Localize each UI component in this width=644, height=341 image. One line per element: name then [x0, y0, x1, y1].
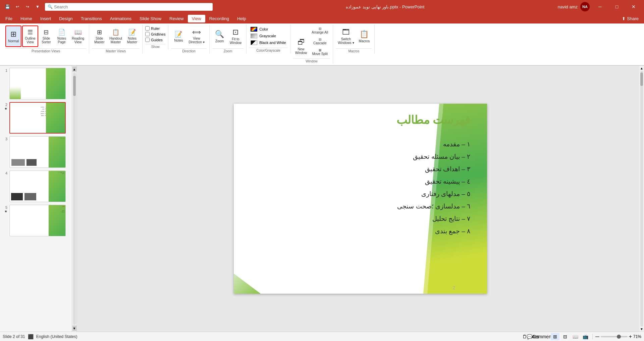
save-quick-btn[interactable]: 💾: [3, 2, 12, 11]
notes-btn[interactable]: 📝 Notes: [171, 26, 186, 47]
move-split-icon: ⊠: [319, 48, 321, 52]
switch-windows-btn[interactable]: 🗔 SwitchWindows ▾: [336, 26, 356, 47]
normal-view-label: Normal: [8, 39, 19, 43]
canvas-scroll-thumb[interactable]: [640, 72, 643, 86]
view-direction-btn[interactable]: ⟺ ViewDirection ▾: [186, 26, 206, 47]
slide-item-2[interactable]: 2 ★ فهرست مطالب ١ – مقدمه٢ – بیان٣ – اهد…: [1, 101, 70, 134]
handout-master-btn[interactable]: 📋 HandoutMaster: [107, 26, 124, 47]
presenter-view-status-btn[interactable]: 📺: [581, 333, 590, 340]
canvas-scrollbar-right[interactable]: ▲ ▼: [639, 66, 644, 332]
slide-canvas[interactable]: فهرست مطالب ١ – مقدمه ٢ – بیان مسئله تحق…: [234, 104, 487, 294]
language-label: English (United States): [36, 334, 77, 339]
scroll-thumb[interactable]: [73, 76, 76, 96]
outline-view-label: OutlineView: [25, 37, 36, 44]
arrange-all-btn[interactable]: ⊟ Arrange All: [310, 26, 330, 36]
slide-item-4[interactable]: 4 متن اسلاید ۴محتوا...: [1, 170, 70, 203]
canvas-scroll-down[interactable]: ▼: [640, 327, 643, 331]
menu-review[interactable]: Review: [165, 15, 188, 22]
ribbon-group-presentation-views: ⊞ Normal ☰ OutlineView ⊟ SlideSorter 📄 N…: [3, 25, 89, 54]
menu-transitions[interactable]: Transitions: [77, 15, 106, 22]
undo-quick-btn[interactable]: ↩: [13, 2, 22, 11]
customize-quick-btn[interactable]: ▼: [33, 2, 42, 11]
notes-status-icon: 🗒: [522, 334, 527, 339]
minimize-button[interactable]: ─: [592, 0, 608, 13]
notes-page-btn[interactable]: 📄 NotesPage: [54, 26, 69, 47]
reading-view-status-btn[interactable]: 📖: [571, 333, 580, 340]
outline-view-btn[interactable]: ☰ OutlineView: [22, 26, 38, 47]
menu-file[interactable]: File: [1, 15, 16, 22]
slide-thumb-2[interactable]: فهرست مطالب ١ – مقدمه٢ – بیان٣ – اهداف٤ …: [9, 102, 66, 134]
share-button[interactable]: ⬆ Share: [618, 15, 643, 22]
slide-item-5[interactable]: 5 ★ عنوان محتواتوضیح...: [1, 204, 70, 237]
menu-animations[interactable]: Animations: [106, 15, 136, 22]
normal-view-status-btn[interactable]: ⊞: [551, 333, 559, 340]
presentation-view-buttons: ⊞ Normal ☰ OutlineView ⊟ SlideSorter 📄 N…: [5, 25, 86, 48]
accessibility-icon[interactable]: ⬛: [28, 334, 34, 339]
scroll-down-arrow[interactable]: ▼: [72, 326, 76, 331]
redo-quick-btn[interactable]: ↪: [23, 2, 32, 11]
menu-help[interactable]: Help: [233, 15, 250, 22]
slide-sorter-btn[interactable]: ⊟ SlideSorter: [39, 26, 54, 47]
menu-design[interactable]: Design: [55, 15, 76, 22]
slide-item-1[interactable]: 1 فهرست محتوا: [1, 67, 70, 100]
guides-checkbox[interactable]: Guides: [145, 38, 165, 42]
title-bar: 💾 ↩ ↪ ▼ 🔍 باور نهایی نوید عموزاده.pptx -…: [0, 0, 644, 13]
ruler-checkbox[interactable]: Ruler: [145, 26, 165, 31]
scroll-up-arrow[interactable]: ▲: [72, 66, 76, 72]
slide-thumb-5[interactable]: عنوان محتواتوضیح...: [9, 205, 66, 236]
menu-recording[interactable]: Recording: [205, 15, 233, 22]
menu-home[interactable]: Home: [16, 15, 36, 22]
black-white-label: Black and White: [259, 41, 286, 45]
user-avatar[interactable]: NA: [580, 2, 590, 11]
main-area: 1 فهرست محتوا 2 ★ فهرست مطالب ١ – مقدمه٢…: [0, 66, 644, 332]
slide-thumb-4[interactable]: متن اسلاید ۴محتوا...: [9, 170, 66, 202]
list-item-7: ٧ – نتایج تحلیل: [301, 215, 470, 223]
menu-view[interactable]: View: [188, 15, 205, 22]
search-input[interactable]: [54, 4, 210, 9]
view-direction-icon: ⟺: [192, 29, 201, 36]
slide-num-1: 1: [2, 68, 7, 72]
notes-master-label: NotesMaster: [127, 37, 138, 44]
slide-item-3[interactable]: 3 متن اسلاید ۳: [1, 136, 70, 168]
share-icon: ⬆: [622, 16, 626, 21]
gridlines-checkbox[interactable]: Gridlines: [145, 32, 165, 36]
grayscale-option[interactable]: Grayscale: [249, 33, 287, 39]
search-bar[interactable]: 🔍: [45, 3, 213, 11]
list-item-2: ٢ – بیان مسئله تحقیق: [301, 153, 470, 160]
zoom-in-btn[interactable]: +: [629, 334, 632, 340]
menu-slideshow[interactable]: Slide Show: [136, 15, 165, 22]
zoom-slider[interactable]: [601, 336, 628, 337]
macros-btn[interactable]: 📋 Macros: [357, 26, 372, 47]
cascade-btn[interactable]: ⊟ Cascade: [310, 36, 330, 46]
outline-view-icon: ☰: [28, 29, 33, 36]
slide-thumb-1[interactable]: فهرست محتوا: [9, 68, 66, 99]
reading-view-btn[interactable]: 📖 ReadingView: [70, 26, 86, 47]
slide-num-5: 5: [2, 205, 7, 209]
zoom-thumb[interactable]: [617, 335, 621, 339]
cascade-label: Cascade: [313, 41, 326, 45]
zoom-out-btn[interactable]: ─: [595, 334, 599, 340]
guides-check[interactable]: [145, 38, 150, 42]
close-button[interactable]: ✕: [626, 0, 641, 13]
canvas-scroll-up[interactable]: ▲: [640, 66, 643, 70]
color-option[interactable]: Color: [249, 26, 287, 32]
gridlines-check[interactable]: [145, 32, 150, 36]
move-split-btn[interactable]: ⊠ Move Split: [310, 47, 330, 57]
slide-panel-scrollbar[interactable]: ▲ ▼: [72, 66, 77, 332]
new-window-btn[interactable]: 🗗 NewWindow: [293, 36, 309, 57]
zoom-btn[interactable]: 🔍 Zoom: [212, 26, 227, 47]
normal-view-btn[interactable]: ⊞ Normal: [5, 26, 21, 47]
comments-status-btn[interactable]: 💬 Comments: [536, 333, 545, 340]
ruler-check[interactable]: [145, 26, 150, 31]
slide-info: Slide 2 of 31: [3, 334, 25, 339]
fit-to-window-btn[interactable]: ⊡ Fit toWindow: [228, 26, 244, 47]
maximize-button[interactable]: □: [609, 0, 625, 13]
color-grayscale-label: Color/Grayscale: [249, 48, 287, 53]
slide-sorter-status-btn[interactable]: ⊟: [561, 333, 570, 340]
black-white-option[interactable]: Black and White: [249, 40, 287, 46]
notes-master-btn[interactable]: 📝 NotesMaster: [125, 26, 140, 47]
slide-master-btn[interactable]: ⊞ SlideMaster: [92, 26, 107, 47]
user-section: navid amz NA: [558, 2, 590, 11]
slide-thumb-3[interactable]: متن اسلاید ۳: [9, 136, 66, 168]
menu-insert[interactable]: Insert: [36, 15, 55, 22]
